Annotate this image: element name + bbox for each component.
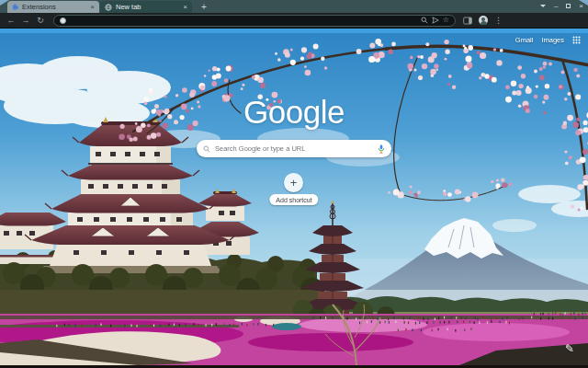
mic-icon[interactable]: [378, 144, 385, 154]
maximize-icon[interactable]: [566, 4, 571, 8]
search-input[interactable]: [215, 140, 373, 157]
close-window-icon[interactable]: ×: [579, 2, 583, 11]
menu-kebab-icon[interactable]: ⋮: [494, 17, 503, 25]
search-magnifier-icon[interactable]: [421, 17, 428, 24]
images-link[interactable]: Images: [541, 36, 564, 44]
bookmark-star-icon[interactable]: ☆: [443, 17, 449, 24]
new-tab-button[interactable]: +: [198, 2, 209, 12]
tab-label: Extensions: [22, 3, 86, 11]
window-controls: – ×: [540, 0, 583, 12]
tab-search-icon[interactable]: [540, 5, 546, 7]
add-shortcut-button[interactable]: +: [284, 173, 303, 192]
apps-grid-icon[interactable]: [572, 36, 581, 44]
side-panel-icon[interactable]: [463, 17, 472, 25]
search-icon: [203, 145, 210, 153]
toolbar-right: ⋮: [463, 16, 503, 25]
address-bar[interactable]: ☆: [53, 15, 456, 27]
tab-close-icon[interactable]: ×: [183, 4, 187, 11]
tab-label: New tab: [116, 3, 179, 11]
new-tab-page: Gmail Images Google +: [0, 29, 588, 365]
forward-icon[interactable]: →: [18, 17, 33, 25]
tab-close-icon[interactable]: ×: [90, 4, 95, 11]
browser-window: Extensions × New tab × + – × ← → ↻: [0, 0, 588, 368]
back-icon[interactable]: ←: [4, 17, 18, 25]
customize-pencil-icon[interactable]: ✎: [565, 342, 574, 355]
search-bar[interactable]: [197, 140, 391, 157]
tab-strip: Extensions × New tab × + – ×: [0, 0, 588, 13]
puzzle-icon: [12, 4, 18, 10]
reload-icon[interactable]: ↻: [33, 17, 48, 25]
add-shortcut-label[interactable]: Add shortcut: [269, 194, 318, 205]
share-send-icon[interactable]: [432, 17, 439, 24]
google-logo: Google: [0, 94, 588, 131]
globe-icon: [105, 4, 112, 11]
minimize-icon[interactable]: –: [554, 2, 558, 11]
gmail-link[interactable]: Gmail: [515, 36, 534, 44]
profile-avatar[interactable]: [479, 16, 488, 25]
tab-extensions[interactable]: Extensions ×: [7, 1, 99, 13]
tab-new-tab[interactable]: New tab ×: [100, 1, 192, 13]
browser-toolbar: ← → ↻ ☆ ⋮: [0, 13, 588, 29]
ntp-links: Gmail Images: [515, 36, 581, 44]
site-info-icon[interactable]: [60, 17, 66, 24]
plus-icon: +: [290, 176, 298, 190]
